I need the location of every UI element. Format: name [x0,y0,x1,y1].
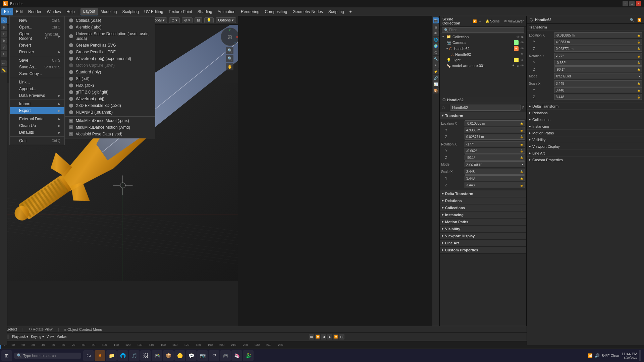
file-save-as[interactable]: Save As...Shift Ctrl S [10,64,64,70]
location-y-field[interactable]: 4.9383 m 🔒 [465,127,525,133]
zoom-in-button[interactable]: 🔍 [226,47,233,54]
file-append[interactable]: Append... [10,85,64,92]
collections-header[interactable]: ▸ Collections [440,204,526,211]
custom-properties-collapsed[interactable]: ▸Custom Properties [527,156,644,163]
taskbar-chrome[interactable]: 🟡 [174,350,185,361]
marker-button[interactable]: Marker [56,335,67,339]
tab-layout[interactable]: Layout [80,8,98,15]
rotation-z-field[interactable]: -90.1° 🔒 [465,155,525,161]
toolbar-select[interactable]: ↖ [1,17,7,23]
add-icon[interactable]: + [479,19,481,23]
header-proportional[interactable]: ⊙ ▾ [182,17,193,23]
props-world-icon[interactable]: 🌍 [433,43,439,49]
file-clean-up[interactable]: Clean Up [10,122,64,129]
file-external-data[interactable]: External Data [10,116,64,122]
scene-item-collection[interactable]: ▾ 📁 Collection 👁 ◉ [440,34,526,40]
export-usd[interactable]: Universal Scene Description (.usd, .usdc… [65,31,155,42]
tab-geometry-nodes[interactable]: Geometry Nodes [290,8,326,15]
props-physics-icon[interactable]: ⚡ [433,68,439,74]
taskbar-music[interactable]: 🎵 [129,350,140,361]
header-viewport-shading[interactable]: 💡 [204,17,214,23]
file-revert[interactable]: Revert [10,42,64,49]
minimize-button[interactable]: − [623,1,628,6]
taskbar-store[interactable]: 📦 [163,350,174,361]
scene-item-handle62-mesh[interactable]: △ Handle62 👁 [440,52,526,57]
network-icon[interactable]: 📶 [588,353,593,358]
file-import[interactable]: Import [10,101,64,107]
file-open[interactable]: Open...Ctrl O [10,24,64,31]
props-data-icon[interactable]: 📊 [433,81,439,87]
scale-x-field[interactable]: 3.448 🔒 [465,169,525,175]
toolbar-scale[interactable]: ⤢ [1,44,7,50]
taskbar-discord[interactable]: 💬 [186,350,197,361]
search-bar[interactable]: 🔍 Type here to search [14,353,81,359]
eye-icon[interactable]: 👁 [517,35,520,39]
play-back-button[interactable]: ◀ [321,334,326,340]
line-art-header[interactable]: ▸ Line Art [440,240,526,246]
props-constraints-icon[interactable]: 🔗 [433,75,439,81]
taskview-button[interactable]: 🗂 [83,350,94,361]
file-save[interactable]: SaveCtrl S [10,57,64,64]
file-quit[interactable]: QuitCtrl Q [10,137,64,144]
custom-properties-header[interactable]: ▸ Custom Properties [440,247,526,253]
file-export[interactable]: Export [10,107,64,114]
playback-button[interactable]: Playback ▾ [12,335,28,339]
toolbar-rotate[interactable]: ↻ [1,38,7,44]
props-search-icon[interactable]: 🔍 [630,18,634,22]
motion-paths-collapsed[interactable]: ▸Motion Paths [527,129,644,136]
export-mmd-motion[interactable]: M MikuMikuDance Motion (.vmd) [65,124,155,131]
rotation-x-field[interactable]: -177° 🔒 [465,141,525,147]
taskbar-app2[interactable]: 🐉 [243,350,254,361]
file-save-copy[interactable]: Save Copy... [10,70,64,77]
eye-icon[interactable]: 👁 [521,53,524,56]
prev-frame-button[interactable]: ⏪ [315,334,320,340]
keying-button[interactable]: Keying ▾ [31,335,44,339]
taskbar-blender[interactable]: B [95,350,105,361]
viewport-gizmo[interactable]: ⊕ Y X Z [221,27,238,46]
location-z-field[interactable]: 0.028771 m 🔒 [465,134,525,140]
file-defaults[interactable]: Defaults [10,129,64,136]
viewport-display-collapsed[interactable]: ▸Viewport Display [527,143,644,149]
props-render-icon[interactable]: 🎬 [433,17,439,23]
tab-modeling[interactable]: Modeling [98,8,120,15]
tab-shading[interactable]: Shading [195,8,215,15]
taskbar-app1[interactable]: 🦄 [231,350,242,361]
render-icon[interactable]: 👁 [521,64,524,67]
toolbar-measure[interactable]: 📏 [1,67,7,73]
zoom-out-button[interactable]: 🔍 [226,55,233,62]
file-link[interactable]: Link... [10,79,64,85]
taskbar-photos[interactable]: 🖼 [140,350,151,361]
clock[interactable]: 11:44 PM 8/20/2022 [622,352,637,359]
maximize-button[interactable]: □ [629,1,635,6]
eye-icon[interactable]: 👁 [521,47,524,50]
export-wavefront-exp[interactable]: Wavefront (.obj) (experimental) [65,55,155,62]
instancing-collapsed[interactable]: ▸Instancing [527,123,644,129]
start-button[interactable]: ⊞ [1,350,12,361]
jump-start-button[interactable]: ⏮ [309,334,314,340]
tab-texture-paint[interactable]: Texture Paint [166,8,195,15]
location-x-field[interactable]: -0.010805 m 🔒 [465,120,525,126]
visibility-header[interactable]: ▸ Visibility [440,226,526,232]
header-options[interactable]: Options ▾ [216,17,236,23]
export-gltf[interactable]: glTF 2.0 (.glb/.gltf) [65,89,155,96]
file-recover[interactable]: Recover [10,49,64,55]
select-icon[interactable]: ◉ [521,35,524,39]
fake-user-icon[interactable]: F [522,106,524,110]
props-modifier-icon[interactable]: 🔧 [433,56,439,62]
export-vocaloid[interactable]: V Vocaloid Pose Data (.vpd) [65,131,155,137]
delta-transform-collapsed[interactable]: ▸Delta Transform [527,103,644,109]
export-nuanmb[interactable]: NUANMB (.nuanmb) [65,109,155,116]
export-grease-pdf[interactable]: Grease Pencil as PDF [65,49,155,55]
taskbar-steam[interactable]: 🎮 [220,350,231,361]
header-snap[interactable]: ⊙ ▾ [169,17,180,23]
props-scene-icon[interactable]: 🌐 [433,37,439,43]
export-fbx[interactable]: FBX (.fbx) [65,82,155,89]
eye-icon[interactable]: 👁 [521,58,524,62]
scene-search[interactable] [442,27,524,33]
export-wavefront[interactable]: Wavefront (.obj) [65,96,155,102]
instancing-header[interactable]: ▸ Instancing [440,212,526,218]
export-mmd-model[interactable]: M MikuMikuDance Model (.pmx) [65,117,155,124]
scene-item-armature[interactable]: 🦴 model-armature.001 👁 ⊚ 👁 [440,63,526,68]
motion-paths-header[interactable]: ▸ Motion Paths [440,219,526,225]
play-button[interactable]: ▶ [327,334,332,340]
